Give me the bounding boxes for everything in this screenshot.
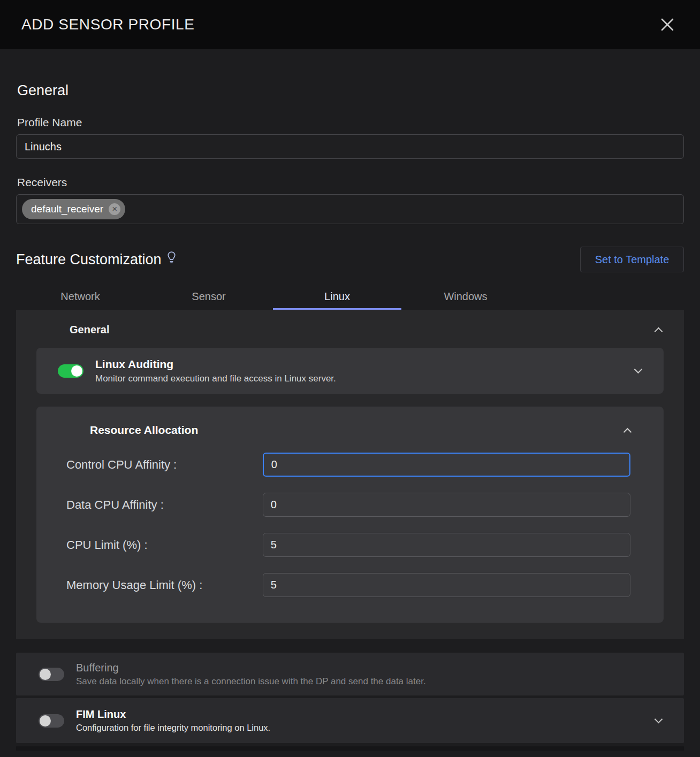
control-cpu-affinity-label: Control CPU Affinity : <box>66 458 263 472</box>
buffering-title: Buffering <box>76 662 426 674</box>
bottom-divider <box>16 746 684 751</box>
modal-header: ADD SENSOR PROFILE <box>0 0 700 49</box>
buffering-card: Buffering Save data locally when there i… <box>16 653 684 695</box>
chevron-down-icon[interactable] <box>634 365 643 374</box>
modal-body: General Profile Name Receivers default_r… <box>0 82 700 751</box>
set-to-template-button[interactable]: Set to Template <box>580 247 684 272</box>
linux-auditing-title: Linux Auditing <box>95 358 336 371</box>
feature-customization-heading: Feature Customization <box>16 251 176 269</box>
receiver-chip-label: default_receiver <box>31 203 103 215</box>
resource-allocation-title: Resource Allocation <box>90 424 198 437</box>
data-cpu-affinity-label: Data CPU Affinity : <box>66 498 263 512</box>
modal-title: ADD SENSOR PROFILE <box>21 16 195 33</box>
chevron-up-icon[interactable] <box>655 327 663 336</box>
data-cpu-affinity-input[interactable] <box>263 493 630 517</box>
toggle-knob <box>40 715 51 727</box>
panel-general-section-title: General <box>70 324 109 336</box>
feature-customization-label: Feature Customization <box>16 251 162 268</box>
cpu-limit-row: CPU Limit (%) : <box>66 533 630 557</box>
memory-usage-limit-input[interactable] <box>263 573 630 597</box>
profile-name-input[interactable] <box>16 134 684 159</box>
tab-linux[interactable]: Linux <box>273 285 401 310</box>
toggle-knob <box>71 365 82 377</box>
linux-auditing-card: Linux Auditing Monitor command execution… <box>36 348 664 394</box>
receiver-chip[interactable]: default_receiver × <box>22 199 125 219</box>
lightbulb-icon <box>167 251 176 269</box>
cpu-limit-label: CPU Limit (%) : <box>66 538 263 552</box>
buffering-desc: Save data locally when there is a connec… <box>76 676 426 687</box>
buffering-toggle[interactable] <box>39 668 64 681</box>
fim-linux-card: FIM Linux Configuration for file integri… <box>16 698 684 743</box>
fim-linux-desc: Configuration for file integrity monitor… <box>76 723 270 733</box>
linux-tab-panel: General Linux Auditing Monitor command e… <box>16 310 684 639</box>
memory-usage-limit-label: Memory Usage Limit (%) : <box>66 578 263 592</box>
tab-network[interactable]: Network <box>16 285 144 310</box>
profile-name-label: Profile Name <box>17 116 684 129</box>
fim-linux-toggle[interactable] <box>39 714 64 728</box>
feature-tabs: Network Sensor Linux Windows <box>16 285 684 310</box>
cpu-limit-input[interactable] <box>263 533 630 557</box>
resource-allocation-card: Resource Allocation Control CPU Affinity… <box>36 407 664 623</box>
close-icon[interactable] <box>658 16 676 34</box>
linux-auditing-toggle[interactable] <box>58 364 83 378</box>
memory-usage-limit-row: Memory Usage Limit (%) : <box>66 573 630 597</box>
data-cpu-affinity-row: Data CPU Affinity : <box>66 493 630 517</box>
receivers-input[interactable]: default_receiver × <box>16 194 684 224</box>
chip-remove-icon[interactable]: × <box>109 203 120 215</box>
linux-auditing-desc: Monitor command execution and file acces… <box>95 373 336 384</box>
fim-linux-title: FIM Linux <box>76 708 270 721</box>
general-heading: General <box>17 82 684 99</box>
control-cpu-affinity-input[interactable] <box>263 453 630 477</box>
chevron-down-icon[interactable] <box>655 715 663 724</box>
receivers-label: Receivers <box>17 176 684 189</box>
control-cpu-affinity-row: Control CPU Affinity : <box>66 453 630 477</box>
toggle-knob <box>40 669 51 680</box>
tab-windows[interactable]: Windows <box>401 285 530 310</box>
tab-sensor[interactable]: Sensor <box>144 285 273 310</box>
chevron-up-icon[interactable] <box>623 427 632 436</box>
